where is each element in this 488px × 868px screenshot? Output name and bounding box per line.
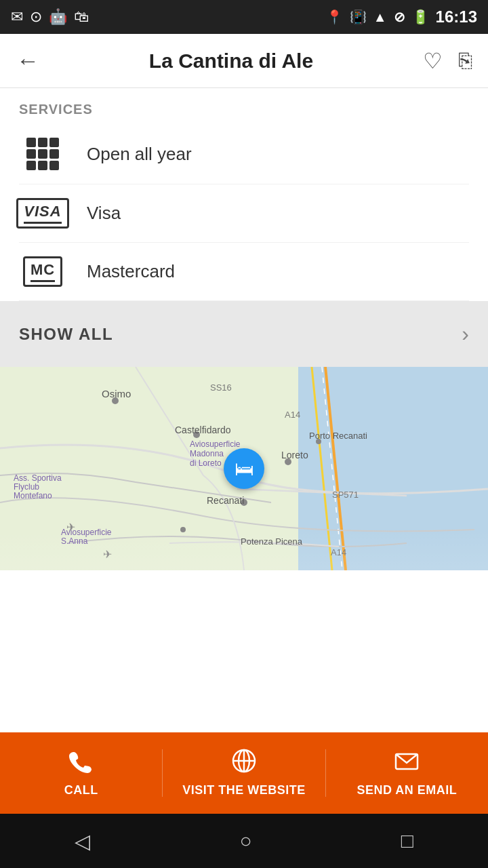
- svg-text:Madonna: Madonna: [190, 449, 224, 458]
- service-item-visa: VISA Visa: [19, 184, 469, 243]
- show-all-label: SHOW ALL: [19, 325, 113, 344]
- svg-text:✈: ✈: [103, 549, 112, 560]
- wifi-icon: ▲: [373, 9, 387, 25]
- svg-rect-1: [298, 367, 488, 570]
- svg-text:Loreto: Loreto: [281, 450, 308, 460]
- gmail-icon: ✉: [11, 8, 23, 26]
- email-icon: [394, 749, 419, 779]
- phone-icon: [69, 749, 94, 779]
- svg-text:S.Anna: S.Anna: [61, 536, 88, 546]
- status-bar: ✉ ⊙ 🤖 🛍 📍 📳 ▲ ⊘ 🔋 16:13: [0, 0, 488, 34]
- status-left-icons: ✉ ⊙ 🤖 🛍: [11, 8, 89, 26]
- mastercard-icon-wrap: MC: [19, 256, 66, 287]
- battery-icon: 🔋: [412, 9, 429, 25]
- visit-website-label: VISIT THE WEBSITE: [182, 783, 306, 797]
- svg-text:Ass. Sportiva: Ass. Sportiva: [14, 473, 62, 483]
- mastercard-icon: MC: [23, 256, 62, 287]
- page-title: La Cantina di Ale: [149, 50, 313, 73]
- home-system-button[interactable]: ○: [239, 829, 251, 852]
- favorite-button[interactable]: ♡: [423, 48, 443, 74]
- visit-website-button[interactable]: VISIT THE WEBSITE: [163, 749, 325, 797]
- bottom-action-bar: CALL VISIT THE WEBSITE SEND AN EMAIL: [0, 732, 488, 814]
- map-pin[interactable]: 🛏: [224, 448, 264, 489]
- svg-text:Castelfidardo: Castelfidardo: [175, 425, 231, 435]
- svg-text:SP571: SP571: [332, 490, 359, 500]
- svg-text:Porto Recanati: Porto Recanati: [309, 431, 367, 441]
- visa-label: Visa: [87, 203, 121, 224]
- system-nav: ◁ ○ □: [0, 814, 488, 868]
- services-label: SERVICES: [19, 102, 469, 117]
- nav-action-icons: ♡ ⎘: [423, 48, 472, 74]
- vibrate-icon: 📳: [350, 9, 367, 25]
- circle-icon: ⊙: [30, 8, 42, 26]
- svg-text:Aviosuperficie: Aviosuperficie: [190, 439, 241, 449]
- grid-icon: [26, 138, 59, 170]
- send-email-button[interactable]: SEND AN EMAIL: [326, 749, 488, 797]
- call-button[interactable]: CALL: [0, 749, 162, 797]
- svg-text:di Loreto: di Loreto: [190, 458, 222, 468]
- svg-text:A14: A14: [331, 547, 346, 557]
- show-all-button[interactable]: SHOW ALL ›: [0, 301, 488, 367]
- service-item-open-all-year: Open all year: [19, 124, 469, 184]
- visa-icon-wrap: VISA: [19, 198, 66, 229]
- pin-icon: 🛏: [235, 458, 253, 480]
- location-icon: 📍: [326, 9, 343, 25]
- share-button[interactable]: ⎘: [459, 48, 472, 73]
- services-section: SERVICES Open all year VISA Visa MC: [0, 88, 488, 301]
- mastercard-label: Mastercard: [87, 261, 175, 282]
- svg-text:SS16: SS16: [210, 382, 232, 393]
- svg-point-7: [180, 527, 186, 532]
- android-icon: 🤖: [49, 8, 67, 26]
- service-item-mastercard: MC Mastercard: [19, 243, 469, 301]
- call-label: CALL: [64, 783, 98, 797]
- svg-text:Recanati: Recanati: [207, 495, 244, 506]
- back-system-button[interactable]: ◁: [75, 829, 90, 853]
- time-display: 16:13: [436, 7, 477, 26]
- svg-text:✈: ✈: [66, 521, 75, 533]
- top-nav: ← La Cantina di Ale ♡ ⎘: [0, 34, 488, 88]
- open-all-year-icon: [19, 138, 66, 170]
- visa-icon: VISA: [16, 198, 68, 229]
- status-right-icons: 📍 📳 ▲ ⊘ 🔋 16:13: [326, 7, 477, 26]
- svg-text:Montefano: Montefano: [14, 491, 52, 500]
- open-all-year-label: Open all year: [87, 144, 192, 165]
- map-section[interactable]: Osimo SS16 A14 Castelfidardo Aviosuperfi…: [0, 367, 488, 570]
- svg-text:A14: A14: [285, 410, 300, 420]
- svg-text:Osimo: Osimo: [102, 388, 131, 399]
- signal-icon: ⊘: [394, 9, 405, 25]
- chevron-right-icon: ›: [462, 321, 469, 347]
- svg-text:Flyclub: Flyclub: [14, 482, 39, 492]
- svg-text:Potenza Picena: Potenza Picena: [241, 536, 303, 547]
- send-email-label: SEND AN EMAIL: [357, 783, 457, 797]
- recent-system-button[interactable]: □: [401, 829, 413, 852]
- globe-icon: [232, 749, 256, 779]
- back-button[interactable]: ←: [16, 47, 39, 74]
- bag-icon: 🛍: [74, 8, 89, 26]
